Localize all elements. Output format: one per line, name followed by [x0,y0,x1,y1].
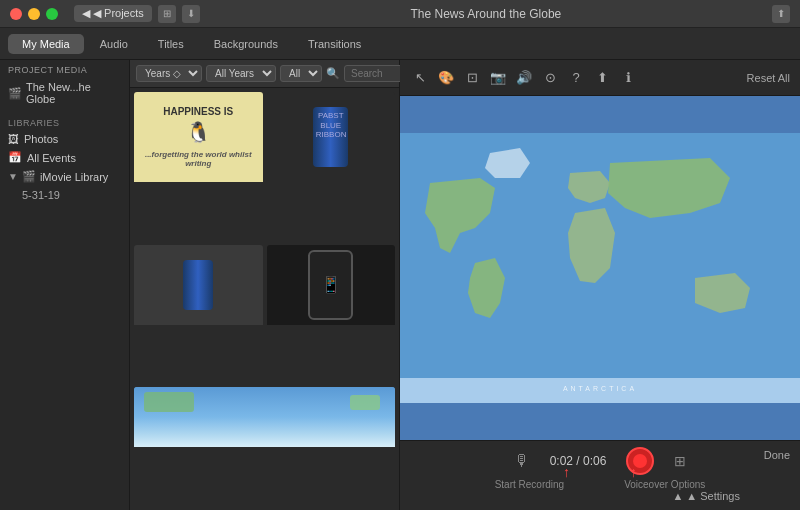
happiness-thumbnail: HAPPINESS IS 🐧 ...forgetting the world w… [134,92,263,182]
arrow-up-options: ↑ [630,464,637,480]
sidebar-item-all-events[interactable]: 📅 All Events [0,148,129,167]
media-grid: HAPPINESS IS 🐧 ...forgetting the world w… [130,88,399,510]
sidebar: PROJECT MEDIA 🎬 The New...he Globe LIBRA… [0,60,130,510]
land-mass-2 [350,395,380,410]
question-icon[interactable]: ? [566,68,586,88]
speed-icon[interactable]: ⊙ [540,68,560,88]
photos-label: Photos [24,133,58,145]
library-section: LIBRARIES 🖼 Photos 📅 All Events ▼ 🎬 iMov… [0,112,129,204]
toolbar: My Media Audio Titles Backgrounds Transi… [0,28,800,60]
libraries-header: LIBRARIES [0,112,129,130]
land-mass-1 [144,392,194,412]
tab-transitions[interactable]: Transitions [294,34,375,54]
media-thumb-map[interactable] [134,387,395,506]
preview-tools-left: ↖ 🎨 ⊡ 📷 🔊 ⊙ ? ⬆ ℹ [410,68,638,88]
film-icon: 🎬 [8,87,22,100]
main-area: PROJECT MEDIA 🎬 The New...he Globe LIBRA… [0,60,800,510]
settings-button[interactable]: ▲ ▲ Settings [672,490,740,502]
beer-label: PABSTBLUERIBBON [316,111,346,140]
media-thumb-phone[interactable]: 📱 [267,245,396,384]
years-select[interactable]: Years ◇ [136,65,202,82]
camera-icon[interactable]: 📷 [488,68,508,88]
all-years-select[interactable]: All Years [206,65,276,82]
tab-titles[interactable]: Titles [144,34,198,54]
settings-icon: ▲ [672,490,683,502]
sidebar-item-photos[interactable]: 🖼 Photos [0,130,129,148]
svg-text:ANTARCTICA: ANTARCTICA [563,385,637,392]
tab-backgrounds[interactable]: Backgrounds [200,34,292,54]
preview-tools-right: Reset All [747,72,790,84]
preview-panel: ↖ 🎨 ⊡ 📷 🔊 ⊙ ? ⬆ ℹ Reset All [400,60,800,510]
settings-label: ▲ Settings [686,490,740,502]
reset-all-button[interactable]: Reset All [747,72,790,84]
search-icon: 🔍 [326,67,340,80]
voiceover-bar: Done 🎙 0:02 / 0:06 ⊞ Start Recording Voi… [400,440,800,510]
calendar-icon: 📅 [8,151,22,164]
tab-audio[interactable]: Audio [86,34,142,54]
world-map-svg: ANTARCTICA [400,96,800,440]
sidebar-item-date[interactable]: 5-31-19 [0,186,129,204]
close-button[interactable] [10,8,22,20]
video-preview: ANTARCTICA [400,96,800,440]
beer-can-graphic: PABSTBLUERIBBON [313,107,348,167]
beer2-thumbnail [134,245,263,325]
project-media-section-header: PROJECT MEDIA [0,60,129,78]
fullscreen-button[interactable] [46,8,58,20]
beer-thumbnail: PABSTBLUERIBBON [267,92,396,182]
voiceover-options-label: Voiceover Options [624,479,705,490]
photos-icon: 🖼 [8,133,19,145]
preview-toolbar: ↖ 🎨 ⊡ 📷 🔊 ⊙ ? ⬆ ℹ Reset All [400,60,800,96]
happiness-title-text: HAPPINESS IS [163,106,233,118]
titlebar-right: ⬆ [772,5,790,23]
arrow-indicators: ↑ ↑ [563,464,637,480]
media-thumb-happiness[interactable]: HAPPINESS IS 🐧 ...forgetting the world w… [134,92,263,241]
library-icon[interactable]: ⊞ [158,5,176,23]
sidebar-item-imovie-library[interactable]: ▼ 🎬 iMovie Library [0,167,129,186]
volume-icon[interactable]: 🔊 [514,68,534,88]
titlebar-left: ◀ ◀ Projects ⊞ ⬇ [10,5,200,23]
back-projects-button[interactable]: ◀ ◀ Projects [74,5,152,22]
all-events-label: All Events [27,152,76,164]
all-select[interactable]: All [280,65,322,82]
back-label: ◀ Projects [93,7,144,20]
window-title: The News Around the Globe [411,7,562,21]
world-map-preview: ANTARCTICA [400,96,800,440]
share-tool-icon[interactable]: ⬆ [592,68,612,88]
media-thumb-beer[interactable]: PABSTBLUERIBBON [267,92,396,241]
voiceover-options-icon[interactable]: ⊞ [674,453,686,469]
color-wheel-icon[interactable]: 🎨 [436,68,456,88]
done-button[interactable]: Done [764,449,790,461]
media-thumb-beer2[interactable] [134,245,263,384]
phone-thumbnail: 📱 [267,245,396,325]
media-toolbar: Years ◇ All Years All 🔍 ⊞ [130,60,399,88]
beer2-can-graphic [183,260,213,310]
map-gradient [134,387,395,447]
info-icon[interactable]: ℹ [618,68,638,88]
titlebar: ◀ ◀ Projects ⊞ ⬇ The News Around the Glo… [0,0,800,28]
imovie-library-icon: 🎬 [22,170,36,183]
crop-icon[interactable]: ⊡ [462,68,482,88]
map-thumbnail [134,387,395,447]
voiceover-labels: Start Recording Voiceover Options [495,479,706,490]
tab-my-media[interactable]: My Media [8,34,84,54]
media-browser: Years ◇ All Years All 🔍 ⊞ HAPPINESS IS 🐧… [130,60,400,510]
share-icon[interactable]: ⬆ [772,5,790,23]
project-name-label: The New...he Globe [26,81,121,105]
imovie-library-label: iMovie Library [40,171,108,183]
happiness-figure: 🐧 [186,120,211,144]
project-name[interactable]: 🎬 The New...he Globe [0,78,129,108]
phone-graphic: 📱 [308,250,353,320]
happiness-subtitle-text: ...forgetting the world whilst writing [138,150,259,168]
chevron-left-icon: ◀ [82,7,90,20]
minimize-button[interactable] [28,8,40,20]
phone-screen-icon: 📱 [321,275,341,294]
import-icon[interactable]: ⬇ [182,5,200,23]
cursor-tool-icon[interactable]: ↖ [410,68,430,88]
arrow-up-record: ↑ [563,464,570,480]
start-recording-label: Start Recording [495,479,564,490]
search-input[interactable] [344,65,404,82]
microphone-icon: 🎙 [514,452,530,470]
arrow-down-icon: ▼ [8,171,18,182]
